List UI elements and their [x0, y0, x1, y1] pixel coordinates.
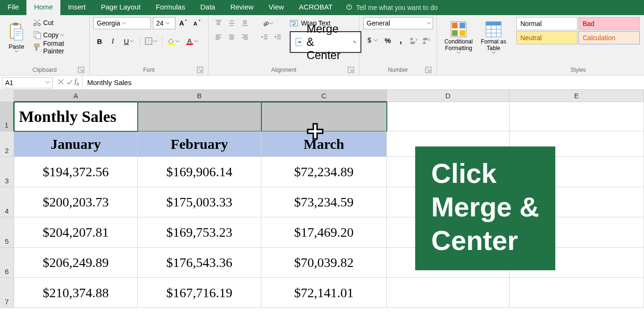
cell-b7[interactable]: $167,716.19 [138, 278, 261, 308]
font-color-button[interactable]: A [183, 35, 201, 47]
cancel-formula-icon[interactable] [58, 78, 64, 86]
tab-home[interactable]: Home [26, 0, 60, 15]
cell-c6[interactable]: $70,039.82 [261, 248, 387, 278]
underline-button[interactable]: U [120, 35, 138, 47]
increase-decimal[interactable]: .0.00 [408, 34, 419, 46]
col-header-d[interactable]: D [387, 90, 510, 102]
tab-formulas[interactable]: Formulas [148, 0, 193, 15]
font-size-combo[interactable]: 24 [153, 17, 176, 29]
tab-view[interactable]: View [261, 0, 291, 15]
style-neutral[interactable]: Neutral [516, 31, 577, 44]
font-name-combo[interactable]: Georgia [93, 17, 151, 29]
name-box[interactable]: A1 [2, 77, 53, 88]
style-calculation[interactable]: Calculation [578, 31, 640, 44]
decrease-font-size[interactable]: A [192, 17, 204, 29]
cell-c7[interactable]: $72,141.01 [261, 278, 387, 308]
cell-d7[interactable] [387, 278, 510, 308]
formula-input[interactable]: Monthly Sales [83, 78, 644, 86]
tell-me-search[interactable]: Tell me what you want to do [340, 0, 443, 15]
paste-button[interactable]: Paste [4, 17, 29, 58]
ribbon: Paste Cut Copy Format Painter [0, 15, 644, 76]
tab-data[interactable]: Data [192, 0, 223, 15]
row-header-6[interactable]: 6 [0, 248, 14, 278]
cell-a2[interactable]: January [14, 131, 138, 157]
row-header-5[interactable]: 5 [0, 217, 14, 248]
cell-b1[interactable] [138, 102, 261, 131]
cell-b5[interactable]: $169,753.23 [138, 217, 261, 248]
row-header-7[interactable]: 7 [0, 278, 14, 308]
cell-b6[interactable]: $176,543.36 [138, 248, 261, 278]
tab-review[interactable]: Review [223, 0, 261, 15]
row-header-4[interactable]: 4 [0, 187, 14, 217]
col-header-a[interactable]: A [14, 90, 138, 102]
percent-format[interactable]: % [382, 34, 393, 46]
cell-b4[interactable]: $175,003.33 [138, 187, 261, 217]
accounting-format[interactable]: $ [363, 34, 381, 46]
enter-formula-icon[interactable] [66, 78, 73, 86]
cell-c5[interactable]: $17,469.20 [261, 217, 387, 248]
cell-c3[interactable]: $72,234.89 [261, 157, 387, 187]
svg-rect-18 [290, 20, 298, 26]
style-normal[interactable]: Normal [516, 17, 577, 30]
format-as-table-button[interactable]: Format as Table [478, 17, 509, 58]
align-center[interactable] [226, 31, 238, 43]
cell-a4[interactable]: $200,203.73 [14, 187, 138, 217]
align-top[interactable] [212, 17, 225, 29]
merge-and-center-button[interactable]: Merge & Center [290, 31, 361, 53]
row-header-3[interactable]: 3 [0, 157, 14, 187]
cell-b2[interactable]: February [138, 131, 261, 157]
cell-a7[interactable]: $210,374.88 [14, 278, 138, 308]
style-bad[interactable]: Bad [578, 17, 640, 30]
increase-indent[interactable] [272, 31, 284, 43]
cell-a5[interactable]: $204,207.81 [14, 217, 138, 248]
italic-button[interactable]: I [107, 35, 119, 47]
decrease-decimal[interactable]: .00.0 [421, 34, 433, 46]
tab-file[interactable]: File [0, 0, 26, 15]
decrease-indent[interactable] [259, 31, 271, 43]
col-header-b[interactable]: B [138, 90, 261, 102]
chevron-down-icon [176, 40, 179, 43]
align-middle[interactable] [226, 17, 238, 29]
cut-button[interactable]: Cut [32, 17, 85, 28]
format-painter-button[interactable]: Format Painter [32, 42, 85, 53]
cell-a1[interactable]: Monthly Sales [14, 102, 138, 131]
increase-font-size[interactable]: A [177, 17, 190, 29]
svg-text:A: A [179, 19, 184, 27]
chevron-down-icon [153, 40, 157, 43]
cell-e1[interactable] [510, 102, 644, 131]
conditional-formatting-button[interactable]: Conditional Formatting [441, 17, 477, 58]
copy-icon [33, 31, 42, 39]
cell-c1[interactable] [261, 102, 387, 131]
alignment-dialog-launcher[interactable] [348, 67, 354, 73]
bold-button[interactable]: B [93, 35, 106, 47]
tab-insert[interactable]: Insert [60, 0, 93, 15]
font-dialog-launcher[interactable] [197, 67, 203, 73]
orientation-button[interactable]: ab [259, 17, 276, 29]
align-bottom[interactable] [239, 17, 251, 29]
col-header-c[interactable]: C [261, 90, 387, 102]
row-header-1[interactable]: 1 [0, 102, 14, 131]
col-header-e[interactable]: E [510, 90, 644, 102]
select-all-corner[interactable] [0, 90, 14, 102]
cell-d1[interactable] [387, 102, 510, 131]
fill-color-button[interactable] [164, 35, 182, 47]
cell-c2[interactable]: March [261, 131, 387, 157]
align-right[interactable] [239, 31, 251, 43]
cell-b3[interactable]: $169,906.14 [138, 157, 261, 187]
cell-a6[interactable]: $206,249.89 [14, 248, 138, 278]
tab-page-layout[interactable]: Page Layout [93, 0, 148, 15]
copy-button[interactable]: Copy [32, 29, 85, 41]
borders-button[interactable] [142, 35, 160, 47]
align-left[interactable] [212, 31, 225, 43]
cell-styles-gallery[interactable]: Normal Bad Neutral Calculation [516, 17, 640, 44]
comma-format[interactable]: , [395, 34, 407, 46]
fx-icon[interactable]: fx [75, 77, 79, 87]
number-dialog-launcher[interactable] [425, 67, 432, 73]
cell-e7[interactable] [510, 278, 644, 308]
row-header-2[interactable]: 2 [0, 131, 14, 157]
tab-acrobat[interactable]: ACROBAT [292, 0, 340, 15]
number-format-combo[interactable]: General [363, 17, 433, 29]
cell-c4[interactable]: $73,234.59 [261, 187, 387, 217]
cell-a3[interactable]: $194,372.56 [14, 157, 138, 187]
clipboard-dialog-launcher[interactable] [78, 67, 84, 73]
